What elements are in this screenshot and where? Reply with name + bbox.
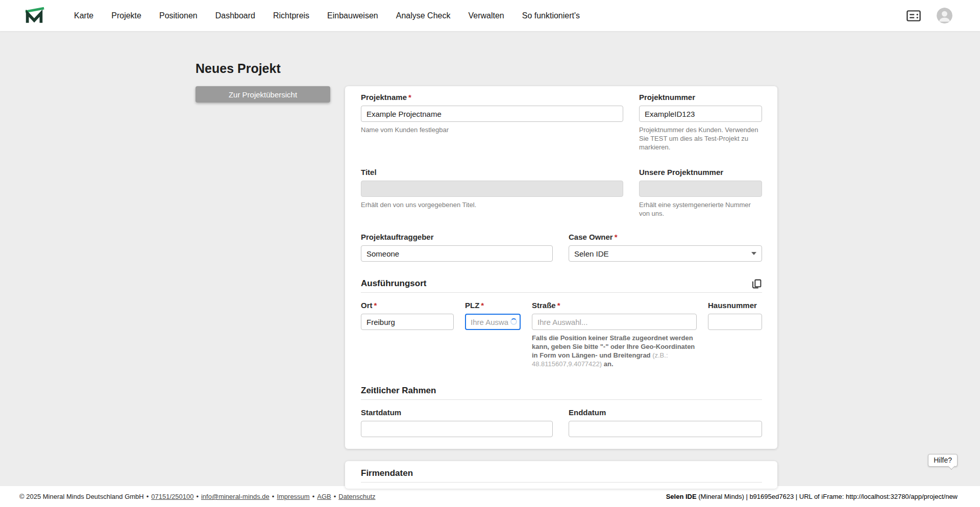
separator-dot: • — [312, 493, 315, 500]
nav-item-karte[interactable]: Karte — [74, 11, 93, 20]
footer-session-rest: (Mineral Minds) | b91695ed7623 | URL of … — [697, 493, 958, 500]
nav-item-so-funktionierts[interactable]: So funktioniert's — [522, 11, 580, 20]
footer-session-info: Selen IDE (Mineral Minds) | b91695ed7623… — [666, 493, 958, 500]
label-text: Case Owner — [569, 233, 613, 241]
footer-impressum-link[interactable]: Impressum — [277, 493, 309, 500]
main-nav: Karte Projekte Positionen Dashboard Rich… — [74, 11, 580, 20]
strasse-helper-main: Falls die Position keiner Straße zugeord… — [532, 334, 695, 359]
footer-copyright: © 2025 Mineral Minds Deutschland GmbH — [19, 493, 144, 500]
nav-item-positionen[interactable]: Positionen — [159, 11, 198, 20]
section-head: Ausführungsort — [361, 278, 762, 289]
separator-dot: • — [334, 493, 336, 500]
strasse-label: Straße* — [532, 301, 697, 310]
row-location: Ort* PLZ* Straße* Falls die Position k — [361, 301, 762, 369]
label-text: Startdatum — [361, 408, 401, 417]
startdatum-label: Startdatum — [361, 408, 553, 417]
case-owner-select[interactable]: Selen IDE — [569, 245, 762, 262]
label-text: Titel — [361, 168, 377, 176]
footer-datenschutz-link[interactable]: Datenschutz — [338, 493, 375, 500]
chevron-down-icon — [751, 252, 756, 255]
section-divider — [361, 482, 762, 483]
strasse-helper: Falls die Position keiner Straße zugeord… — [532, 334, 697, 369]
top-navbar: Karte Projekte Positionen Dashboard Rich… — [0, 0, 980, 31]
startdatum-input[interactable] — [361, 421, 553, 437]
footer-email-link[interactable]: info@mineral-minds.de — [201, 493, 270, 500]
logo-icon — [24, 7, 45, 24]
ort-input[interactable] — [361, 314, 454, 330]
form-column: Projektname* Name vom Kunden festlegbar … — [345, 86, 777, 489]
server-icon — [906, 10, 921, 22]
field-case-owner: Case Owner* Selen IDE — [569, 233, 762, 262]
row-titel-unsere-nummer: Titel Erhält den von uns vorgegebenen Ti… — [361, 168, 762, 218]
avatar-icon — [937, 8, 952, 23]
user-menu-button[interactable] — [937, 8, 952, 23]
required-indicator: * — [557, 301, 560, 310]
section-divider — [361, 399, 762, 400]
titel-helper: Erhält den von uns vorgegebenen Titel. — [361, 201, 623, 210]
enddatum-label: Enddatum — [569, 408, 762, 417]
row-dates: Startdatum Enddatum — [361, 408, 762, 437]
field-unsere-projektnummer: Unsere Projektnummer Erhält eine systemg… — [639, 168, 762, 218]
firmendaten-title: Firmendaten — [361, 468, 762, 479]
required-indicator: * — [374, 301, 377, 310]
page-title: Neues Projekt — [195, 61, 330, 76]
projektname-helper: Name vom Kunden festlegbar — [361, 126, 623, 135]
server-button[interactable] — [906, 10, 921, 22]
label-text: Unsere Projektnummer — [639, 168, 723, 176]
field-startdatum: Startdatum — [361, 408, 553, 437]
navbar-right — [906, 8, 952, 23]
help-button[interactable]: Hilfe? — [928, 454, 958, 467]
nav-item-verwalten[interactable]: Verwalten — [468, 11, 504, 20]
field-projektnummer: Projektnummer Projektnummer des Kunden. … — [639, 93, 762, 152]
plz-label: PLZ* — [465, 301, 521, 310]
footer: © 2025 Mineral Minds Deutschland GmbH • … — [0, 486, 980, 507]
footer-agb-link[interactable]: AGB — [317, 493, 331, 500]
hausnummer-input[interactable] — [708, 314, 762, 330]
back-to-projects-button[interactable]: Zur Projektübersicht — [195, 86, 330, 103]
row-auftraggeber-owner: Projektauftraggeber Case Owner* Selen ID… — [361, 233, 762, 262]
hausnummer-label: Hausnummer — [708, 301, 762, 310]
footer-left: © 2025 Mineral Minds Deutschland GmbH • … — [19, 493, 376, 500]
enddatum-input[interactable] — [569, 421, 762, 437]
nav-item-richtpreis[interactable]: Richtpreis — [273, 11, 309, 20]
field-projektauftraggeber: Projektauftraggeber — [361, 233, 553, 262]
zeitlicher-rahmen-title: Zeitlicher Rahmen — [361, 385, 436, 396]
nav-item-dashboard[interactable]: Dashboard — [215, 11, 255, 20]
required-indicator: * — [615, 233, 618, 241]
nav-item-einbauweisen[interactable]: Einbauweisen — [327, 11, 378, 20]
label-text: Ort — [361, 301, 373, 310]
projektnummer-input[interactable] — [639, 106, 762, 122]
label-text: Enddatum — [569, 408, 606, 417]
nav-item-projekte[interactable]: Projekte — [111, 11, 141, 20]
projektname-input[interactable] — [361, 106, 623, 122]
section-ausfuehrungsort: Ausführungsort Ort* PLZ* — [361, 278, 762, 369]
unsere-projektnummer-helper: Erhält eine systemgenerierte Nummer von … — [639, 201, 762, 218]
section-head: Zeitlicher Rahmen — [361, 385, 762, 396]
section-divider — [361, 292, 762, 293]
section-zeitlicher-rahmen: Zeitlicher Rahmen Startdatum Enddatum — [361, 385, 762, 437]
label-text: Hausnummer — [708, 301, 757, 310]
label-text: Projektauftraggeber — [361, 233, 434, 241]
field-plz: PLZ* — [465, 301, 521, 330]
page-header-column: Neues Projekt Zur Projektübersicht — [195, 61, 330, 103]
main-content: Neues Projekt Zur Projektübersicht Proje… — [0, 31, 980, 486]
footer-phone-link[interactable]: 07151/250100 — [151, 493, 193, 500]
projektauftraggeber-label: Projektauftraggeber — [361, 233, 553, 242]
field-projektname: Projektname* Name vom Kunden festlegbar — [361, 93, 623, 135]
field-strasse: Straße* Falls die Position keiner Straße… — [532, 301, 697, 369]
field-hausnummer: Hausnummer — [708, 301, 762, 330]
nav-item-analyse-check[interactable]: Analyse Check — [396, 11, 451, 20]
separator-dot: • — [196, 493, 199, 500]
label-text: Projektname — [361, 93, 407, 102]
row-name-number: Projektname* Name vom Kunden festlegbar … — [361, 93, 762, 152]
mineral-minds-logo[interactable] — [24, 7, 45, 24]
firmendaten-card: Firmendaten — [345, 461, 777, 489]
project-form-card: Projektname* Name vom Kunden festlegbar … — [345, 86, 777, 449]
copy-address-button[interactable] — [751, 278, 762, 289]
strasse-input[interactable] — [532, 314, 697, 330]
footer-session-user: Selen IDE — [666, 493, 697, 500]
required-indicator: * — [408, 93, 411, 102]
unsere-projektnummer-input — [639, 181, 762, 197]
copy-icon — [751, 278, 762, 289]
projektauftraggeber-input[interactable] — [361, 245, 553, 262]
